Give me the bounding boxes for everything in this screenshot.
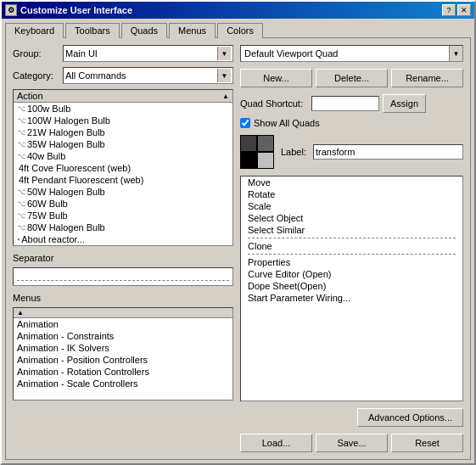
group-combo[interactable]: Main UI ▼	[63, 45, 233, 62]
category-combo-arrow: ▼	[217, 69, 231, 82]
list-item[interactable]: ⌥80W Halogen Bulb	[14, 221, 232, 233]
tab-toolbars[interactable]: Toolbars	[65, 23, 120, 38]
action-list-container: Action ▲ ⌥100w Bulb ⌥100W Halogen Bulb ⌥…	[13, 89, 233, 246]
label-field-label: Label:	[281, 147, 306, 157]
list-item[interactable]: Animation - Constraints	[14, 330, 232, 342]
quad-list-item[interactable]: Properties	[241, 256, 462, 268]
item-icon: ⌥	[17, 211, 25, 220]
separator-label: Separator	[13, 253, 233, 263]
category-combo[interactable]: All Commands ▼	[63, 67, 233, 84]
load-button[interactable]: Load...	[240, 434, 312, 452]
category-label: Category:	[13, 70, 59, 81]
group-label: Group:	[13, 48, 59, 59]
delete-button[interactable]: Delete...	[316, 69, 388, 87]
quad-list-divider	[248, 238, 456, 238]
advanced-row: Advanced Options...	[240, 408, 463, 427]
group-row: Group: Main UI ▼	[13, 45, 233, 62]
item-icon: ⌥	[17, 199, 25, 208]
list-item[interactable]: 4ft Pendant Fluorescent (web)	[14, 174, 232, 186]
quad-list-item[interactable]: Curve Editor (Open)	[241, 268, 462, 280]
swatches-label-row: Label:	[240, 135, 463, 169]
quad-list-item[interactable]: Select Similar	[241, 224, 462, 236]
list-item[interactable]: ⌥50W Halogen Bulb	[14, 186, 232, 198]
list-item[interactable]: ⌥35W Halogen Bulb	[14, 138, 232, 150]
quad-list-item[interactable]: Scale	[241, 200, 462, 212]
menus-list-header: ▲	[14, 308, 232, 318]
list-item[interactable]: ⌥40w Bulb	[14, 150, 232, 162]
close-button[interactable]: ✕	[457, 4, 471, 16]
right-panel: Default Viewport Quad ▼ New... Delete...…	[240, 45, 463, 452]
main-window: ⚙ Customize User Interface ? ✕ Keyboard …	[0, 0, 476, 465]
list-item[interactable]: ⌥60W Bulb	[14, 198, 232, 210]
label-input[interactable]	[313, 144, 463, 160]
swatch-2[interactable]	[257, 135, 274, 152]
list-item[interactable]: ⌥100W Halogen Bulb	[14, 115, 232, 126]
separator-box	[13, 267, 233, 286]
bottom-btn-row: Load... Save... Reset	[240, 434, 463, 452]
advanced-button[interactable]: Advanced Options...	[357, 408, 463, 427]
group-value: Main UI	[65, 48, 217, 59]
reset-button[interactable]: Reset	[391, 434, 463, 452]
item-icon: ⌥	[17, 152, 25, 160]
list-item[interactable]: 4ft Cove Fluorescent (web)	[14, 162, 232, 174]
item-icon: ⌥	[17, 128, 25, 137]
swatch-1[interactable]	[240, 135, 257, 152]
action-header: Action ▲	[14, 90, 232, 103]
new-delete-rename-row: New... Delete... Rename...	[240, 69, 463, 87]
list-item[interactable]: Animation - Rotation Controllers	[14, 366, 232, 378]
show-all-quads-row: Show All Quads	[240, 118, 463, 128]
help-button[interactable]: ?	[442, 4, 456, 16]
quad-list-item[interactable]: Start Parameter Wiring...	[241, 292, 462, 304]
tabs-bar: Keyboard Toolbars Quads Menus Colors	[2, 19, 474, 37]
action-list: Action ▲ ⌥100w Bulb ⌥100W Halogen Bulb ⌥…	[14, 90, 232, 245]
list-item[interactable]: ▪About reactor...	[14, 233, 232, 245]
swatch-4[interactable]	[257, 152, 274, 169]
assign-button[interactable]: Assign	[383, 94, 426, 113]
shortcut-row: Quad Shortcut: Assign	[240, 94, 463, 113]
separator-line	[17, 280, 229, 281]
quad-list-item[interactable]: Move	[241, 176, 462, 188]
swatch-3[interactable]	[240, 152, 257, 169]
shortcut-input[interactable]	[311, 96, 379, 111]
tab-menus[interactable]: Menus	[169, 23, 216, 38]
group-combo-arrow: ▼	[217, 47, 231, 60]
show-all-quads-label: Show All Quads	[254, 118, 320, 128]
label-row: Label:	[281, 144, 463, 160]
new-button[interactable]: New...	[240, 69, 312, 87]
viewport-combo-arrow: ▼	[449, 46, 462, 61]
quad-list-container: Move Rotate Scale Select Object Select S…	[240, 176, 463, 401]
item-icon: ⌥	[17, 188, 25, 196]
quad-list-item[interactable]: Clone	[241, 240, 462, 252]
quad-list-item[interactable]: Dope Sheet(Open)	[241, 280, 462, 292]
window-title: Customize User Interface	[20, 5, 132, 15]
list-item[interactable]: ⌥75W Bulb	[14, 210, 232, 221]
list-item[interactable]: Animation - IK Solvers	[14, 342, 232, 354]
quad-list: Move Rotate Scale Select Object Select S…	[241, 176, 462, 401]
menus-list-wrap: ▲ Animation Animation - Constraints Anim…	[13, 307, 233, 401]
color-swatches	[240, 135, 274, 169]
item-icon: ⌥	[17, 116, 25, 125]
tab-quads[interactable]: Quads	[121, 23, 167, 38]
save-button[interactable]: Save...	[316, 434, 388, 452]
shortcut-label: Quad Shortcut:	[240, 98, 308, 109]
quad-list-item[interactable]: Rotate	[241, 188, 462, 200]
list-item[interactable]: Animation - Position Controllers	[14, 354, 232, 366]
list-item[interactable]: ⌥21W Halogen Bulb	[14, 126, 232, 138]
viewport-combo[interactable]: Default Viewport Quad ▼	[240, 45, 463, 62]
category-value: All Commands	[65, 70, 217, 81]
quad-list-item[interactable]: Select Object	[241, 212, 462, 224]
title-bar: ⚙ Customize User Interface ? ✕	[2, 2, 474, 19]
item-icon: ⌥	[17, 140, 25, 148]
menus-header: Menus	[13, 293, 233, 303]
menus-list-container: ▲ Animation Animation - Constraints Anim…	[13, 307, 233, 401]
tab-keyboard[interactable]: Keyboard	[5, 23, 64, 38]
tab-colors[interactable]: Colors	[217, 23, 263, 38]
list-item[interactable]: ⌥100w Bulb	[14, 103, 232, 115]
content-area: Group: Main UI ▼ Category: All Commands …	[5, 37, 471, 460]
rename-button[interactable]: Rename...	[391, 69, 463, 87]
title-bar-controls: ? ✕	[442, 4, 471, 16]
show-all-quads-checkbox[interactable]	[240, 118, 250, 128]
list-item[interactable]: Animation - Scale Controllers	[14, 378, 232, 389]
menus-list: ▲ Animation Animation - Constraints Anim…	[14, 308, 232, 400]
list-item[interactable]: Animation	[14, 318, 232, 330]
